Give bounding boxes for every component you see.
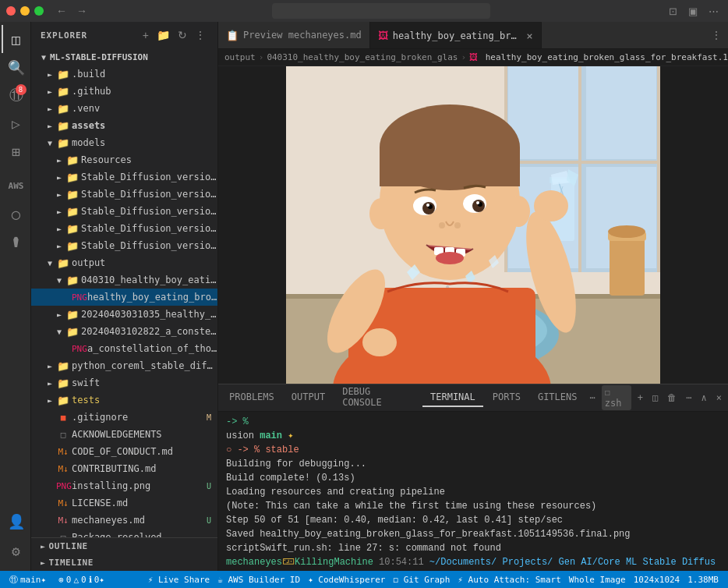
terminal-close-button[interactable]: × [713, 391, 725, 405]
svg-rect-8 [504, 161, 660, 164]
terminal-tab-output[interactable]: OUTPUT [284, 388, 333, 407]
sidebar-outline-section: ► OUTLINE ► TIMELINE [31, 537, 217, 571]
tree-root[interactable]: ▼ ML-STABLE-DIFFUSION [31, 48, 217, 66]
tree-item-acknowledgements[interactable]: □ ACKNOWLEDGEMENTS [31, 426, 217, 443]
tree-item-sd5[interactable]: ► 📁 Stable_Diffusion_version_stabilityai… [31, 237, 217, 254]
back-button[interactable]: ← [53, 3, 70, 19]
tree-item-codeofconduct[interactable]: M↓ CODE_OF_CONDUCT.md [31, 443, 217, 460]
tree-item-packageresolved[interactable]: □ Package.resolved [31, 529, 217, 537]
acknowledgements-icon: □ [56, 430, 70, 440]
tree-item-20240403[interactable]: ► 📁 20240403031035_healthy_boy_ea [31, 306, 217, 323]
search-input[interactable]: ml-stable-diffusion [272, 3, 490, 19]
sd1-label: Stable_Diffusion_version_stabilityai_sta… [81, 172, 217, 182]
activity-item-accounts[interactable]: 👤 [2, 507, 30, 535]
more-button[interactable]: ⋯ [705, 4, 722, 19]
terminal-more-button[interactable]: ⋯ [683, 391, 694, 405]
tree-item-github[interactable]: ► 📁 .github [31, 83, 217, 100]
status-codewhisperer[interactable]: ✦ CodeWhisperer [305, 575, 388, 585]
tree-item-models[interactable]: ▼ 📁 models [31, 134, 217, 151]
terminal-tab-problems[interactable]: PROBLEMS [221, 388, 282, 407]
breadcrumb-file[interactable]: 🖼 healthy_boy_eating_broken_glass_for_br… [469, 52, 728, 62]
terminal-shell-selector[interactable]: ☐ zsh [602, 385, 631, 410]
activity-item-extensions[interactable]: ⊞ [2, 137, 30, 165]
status-whole-image[interactable]: Whole Image [566, 575, 629, 585]
tree-item-venv[interactable]: ► 📁 .venv [31, 100, 217, 117]
activity-item-github[interactable]: ⚰ [2, 228, 30, 256]
tree-item-license[interactable]: M↓ LICENSE.md [31, 494, 217, 512]
activity-item-explorer[interactable]: ◫ [2, 25, 30, 53]
tab-close-button[interactable]: × [526, 30, 532, 42]
collapse-button[interactable]: ⋮ [193, 28, 208, 42]
status-filesize[interactable]: 1.38MB [684, 575, 722, 585]
tree-item-sd3[interactable]: ► 📁 Stable_Diffusion_version_stabilityai… [31, 203, 217, 220]
tree-item-20240403b[interactable]: ▼ 📁 20240403102822_a_constellatio [31, 323, 217, 340]
tree-item-build[interactable]: ► 📁 .build [31, 66, 217, 83]
activity-item-aws[interactable]: AWS [2, 172, 30, 200]
tree-item-040310[interactable]: ▼ 📁 040310_healthy_boy_eating_broken_gla… [31, 271, 217, 289]
terminal-content[interactable]: -> % usion main ✦ ○ -> % stable Building… [218, 412, 728, 571]
tree-item-assets[interactable]: ► 📁 assets [31, 117, 217, 134]
tab-image[interactable]: 🖼 healthy_boy_eating_broken_glass_for_br… [370, 22, 542, 48]
github-icon: ⚰ [12, 234, 20, 250]
status-branch[interactable]: ⑪ main✦ [6, 574, 49, 586]
terminal-split-button[interactable]: ◫ [649, 391, 661, 405]
tree-item-installingpng[interactable]: PNG installing.png U [31, 477, 217, 494]
tree-item-contributing[interactable]: M↓ CONTRIBUTING.md [31, 460, 217, 477]
timeline-header[interactable]: ► TIMELINE [31, 554, 217, 571]
tree-item-sd1[interactable]: ► 📁 Stable_Diffusion_version_stabilityai… [31, 168, 217, 186]
tree-item-pythoncore[interactable]: ► 📁 python_coreml_stable_diffusion [31, 357, 217, 374]
tab-preview-mechaneyes[interactable]: 📋 Preview mechaneyes.md [218, 22, 370, 48]
close-button[interactable] [6, 6, 16, 16]
terminal-tab-ports[interactable]: PORTS [485, 388, 528, 407]
sd5-folder-icon: 📁 [65, 240, 80, 252]
activity-item-search[interactable]: 🔍 [2, 53, 30, 81]
breadcrumb-folder[interactable]: 040310_healthy_boy_eating_broken_glas [267, 52, 458, 62]
terminal-tab-gitlens[interactable]: GITLENS [530, 388, 585, 407]
pythoncore-arrow: ► [44, 362, 56, 370]
terminal-tab-terminal[interactable]: TERMINAL [422, 388, 483, 407]
terminal-add-button[interactable]: + [634, 391, 646, 405]
new-folder-button[interactable]: 📁 [154, 28, 172, 42]
search-area: ml-stable-diffusion [97, 3, 666, 19]
status-resolution[interactable]: 1024x1024 [631, 575, 684, 585]
minimize-button[interactable] [20, 6, 30, 16]
status-live-share[interactable]: ⚡ Live Share [145, 575, 213, 585]
svg-rect-30 [610, 233, 645, 296]
tree-item-swift[interactable]: ► 📁 swift [31, 374, 217, 391]
status-aws[interactable]: ☕ AWS Builder ID [214, 575, 303, 585]
tree-item-output[interactable]: ▼ 📁 output [31, 254, 217, 271]
contributing-label: CONTRIBUTING.md [72, 463, 217, 474]
terminal-trash-button[interactable]: 🗑 [664, 391, 680, 405]
activity-item-source-control[interactable]: ⑪ 8 [2, 81, 30, 109]
tree-item-resources[interactable]: ► 📁 Resources [31, 151, 217, 168]
terminal-tab-more[interactable]: ⋯ [587, 391, 599, 405]
tab-more-button[interactable]: ⋮ [705, 22, 728, 48]
tree-item-gitignore[interactable]: ■ .gitignore M [31, 409, 217, 426]
activity-item-run[interactable]: ▷ [2, 109, 30, 137]
tree-item-sd2[interactable]: ► 📁 Stable_Diffusion_version_stabilityai… [31, 186, 217, 203]
split-editor-button[interactable]: ⊡ [666, 4, 680, 19]
outline-header[interactable]: ► OUTLINE [31, 538, 217, 554]
layout-button[interactable]: ▣ [685, 4, 701, 19]
breadcrumb-output[interactable]: output [224, 52, 256, 62]
activity-item-remote[interactable]: ◯ [2, 200, 30, 228]
tree-item-tests[interactable]: ► 📁 tests [31, 391, 217, 409]
term-line-5: Build complete! (0.13s) [226, 471, 720, 485]
sd2-folder-icon: 📁 [65, 189, 80, 200]
refresh-button[interactable]: ↻ [175, 28, 189, 42]
status-git-graph[interactable]: ◻ Git Graph [390, 575, 453, 585]
maximize-button[interactable] [34, 6, 44, 16]
root-arrow: ▼ [37, 53, 50, 62]
new-file-button[interactable]: + [140, 28, 151, 42]
terminal-chevron-up[interactable]: ∧ [698, 391, 710, 405]
status-auto-attach[interactable]: ⚡ Auto Attach: Smart [454, 575, 564, 585]
activity-item-settings[interactable]: ⚙ [2, 537, 30, 565]
terminal-tab-debug[interactable]: DEBUG CONSOLE [334, 383, 421, 413]
tree-item-healthyfile[interactable]: PNG healthy_boy_eating_broken_glass_for_… [31, 289, 217, 306]
tree-item-mechaneyes[interactable]: M↓ mechaneyes.md U [31, 512, 217, 529]
status-errors[interactable]: ⊗ 0 △ 0 ℹ 0✦ [55, 575, 108, 585]
tree-item-catfile[interactable]: PNG a_constellation_of_thousands_of_cats… [31, 340, 217, 357]
tree-item-sd4[interactable]: ► 📁 Stable_Diffusion_version_stabilityai… [31, 220, 217, 237]
forward-button[interactable]: → [73, 3, 90, 19]
acknowledgements-label: ACKNOWLEDGEMENTS [72, 429, 217, 440]
